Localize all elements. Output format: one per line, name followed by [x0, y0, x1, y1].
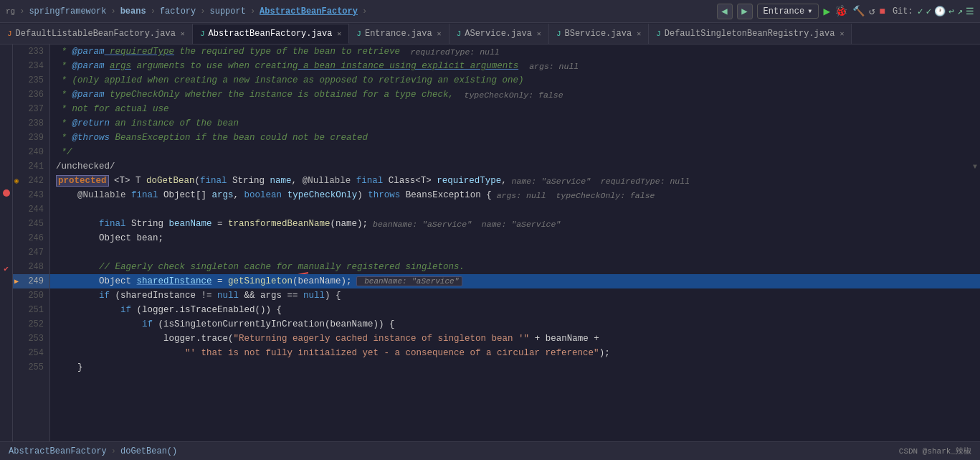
- breadcrumb-support[interactable]: support: [209, 6, 245, 17]
- code-line-236: * @param typeCheckOnly whether the insta…: [50, 88, 980, 102]
- code-line-241: /unchecked/ ▼: [50, 159, 980, 174]
- debug-marker-icon: ◉: [14, 177, 19, 185]
- tab-close-icon[interactable]: ✕: [637, 29, 641, 38]
- tab-label: Entrance.java: [365, 29, 432, 39]
- left-sidebar: ✔: [0, 44, 13, 441]
- line-233: 233: [13, 44, 49, 59]
- java-icon: J: [356, 29, 361, 38]
- code-line-238: * @return an instance of the bean: [50, 116, 980, 131]
- rebuild-button[interactable]: 🔨: [852, 5, 865, 17]
- run-button[interactable]: ▶: [823, 4, 830, 19]
- tab-aservice[interactable]: J AService.java ✕: [449, 24, 549, 44]
- status-bar: AbstractBeanFactory › doGetBean() CSDN @…: [0, 441, 980, 460]
- watermark: CSDN @shark_辣椒: [899, 446, 971, 456]
- back-button[interactable]: ◀: [717, 4, 733, 19]
- tab-abstractbeanfactory[interactable]: J AbstractBeanFactory.java ✕: [193, 24, 349, 44]
- tab-bar: J DefaultListableBeanFactory.java ✕ J Ab…: [0, 23, 980, 44]
- code-line-242: protected <T> T doGetBean(final String n…: [50, 174, 980, 188]
- reload-button[interactable]: ↺: [869, 5, 875, 17]
- breadcrumb-sep-3: ›: [200, 6, 205, 17]
- tab-close-icon[interactable]: ✕: [181, 29, 185, 38]
- breadcrumb-sep-1: ›: [110, 6, 115, 17]
- java-icon: J: [457, 29, 462, 38]
- line-235: 235: [13, 73, 49, 88]
- tab-label: BService.java: [565, 29, 632, 39]
- line-252: 252: [13, 317, 49, 332]
- breadcrumb-springframework[interactable]: springframework: [29, 6, 106, 17]
- code-line-248: // Eagerly check singleton cache for man…: [50, 260, 980, 274]
- line-245: 245: [13, 217, 49, 231]
- code-line-244: [50, 202, 980, 217]
- breadcrumb-sep-2: ›: [151, 6, 156, 17]
- line-244: 244: [13, 202, 49, 217]
- java-icon: J: [7, 29, 12, 38]
- code-line-255: }: [50, 360, 980, 375]
- git-history-icon[interactable]: 🕐: [934, 6, 946, 17]
- tab-label: DefaultSingletonBeanRegistry.java: [665, 29, 835, 39]
- entrance-dropdown[interactable]: Entrance ▾: [757, 4, 819, 19]
- breadcrumb-factory[interactable]: factory: [160, 6, 196, 17]
- line-242: 242 ◉: [13, 174, 49, 188]
- tab-label: AService.java: [465, 29, 532, 39]
- protected-keyword: protected: [56, 175, 109, 187]
- java-icon: J: [556, 29, 561, 38]
- breadcrumb-abstractbeanfactory[interactable]: AbstractBeanFactory: [260, 6, 358, 17]
- line-250: 250: [13, 288, 49, 303]
- entrance-label: Entrance: [763, 6, 805, 17]
- fold-arrow-icon[interactable]: ▼: [973, 163, 977, 171]
- tab-entrance[interactable]: J Entrance.java ✕: [349, 24, 449, 44]
- line-249: 249 ▶: [13, 274, 49, 288]
- tab-label: DefaultListableBeanFactory.java: [16, 29, 176, 39]
- line-253: 253: [13, 332, 49, 346]
- tab-close-icon[interactable]: ✕: [537, 29, 541, 38]
- code-line-243: @Nullable final Object[] args, boolean t…: [50, 188, 980, 202]
- breadcrumb-sep-5: ›: [362, 6, 367, 17]
- line-238: 238: [13, 116, 49, 131]
- code-line-234: * @param args arguments to use when crea…: [50, 59, 980, 73]
- code-editor[interactable]: * @param requiredType the required type …: [50, 44, 980, 441]
- tab-defaultlistable[interactable]: J DefaultListableBeanFactory.java ✕: [0, 24, 193, 44]
- bookmark-icon: ▶: [14, 277, 19, 286]
- tab-defaultsingleton[interactable]: J DefaultSingletonBeanRegistry.java ✕: [649, 24, 852, 44]
- line-236: 236: [13, 88, 49, 102]
- git-push-icon[interactable]: ↗: [957, 6, 963, 17]
- code-line-237: * not for actual use: [50, 102, 980, 116]
- tab-bservice[interactable]: J BService.java ✕: [549, 24, 649, 44]
- breakpoint-dot[interactable]: [3, 189, 10, 197]
- code-line-247: [50, 245, 980, 260]
- tab-close-icon[interactable]: ✕: [839, 29, 844, 38]
- line-248: 248: [13, 260, 49, 274]
- line-254: 254: [13, 346, 49, 360]
- tab-close-icon[interactable]: ✕: [437, 29, 442, 38]
- stop-button[interactable]: ■: [879, 6, 885, 17]
- main-editor: ✔ 233 234 235 236 237 238 239 240 241 24…: [0, 44, 980, 441]
- java-icon: J: [656, 29, 661, 38]
- git-check1-icon[interactable]: ✓: [918, 6, 923, 17]
- code-line-251: if (logger.isTraceEnabled()) {: [50, 303, 980, 317]
- breadcrumb-rg[interactable]: rg: [6, 7, 15, 16]
- debug-button[interactable]: 🐞: [834, 4, 848, 18]
- breadcrumb-beans[interactable]: beans: [120, 6, 146, 17]
- code-line-239: * @throws BeansException if the bean cou…: [50, 131, 980, 145]
- git-menu-icon[interactable]: ☰: [966, 6, 974, 17]
- code-line-250: if (sharedInstance != null && args == nu…: [50, 288, 980, 303]
- line-239: 239: [13, 131, 49, 145]
- error-icon: ✔: [4, 264, 9, 273]
- top-bar: rg › springframework › beans › factory ›…: [0, 0, 980, 23]
- code-line-246: Object bean;: [50, 231, 980, 245]
- breadcrumb-sep-0: ›: [19, 6, 24, 17]
- git-undo-icon[interactable]: ↩: [948, 6, 954, 17]
- code-line-249[interactable]: Object sharedInstance = getSingleton(bea…: [50, 274, 980, 288]
- git-check2-icon[interactable]: ✓: [926, 6, 932, 17]
- line-241: 241: [13, 159, 49, 174]
- code-line-240: */: [50, 145, 980, 159]
- dropdown-arrow-icon: ▾: [807, 6, 812, 17]
- line-gutter: 233 234 235 236 237 238 239 240 241 242 …: [13, 44, 50, 441]
- line-237: 237: [13, 102, 49, 116]
- line-247: 247: [13, 245, 49, 260]
- tab-close-icon[interactable]: ✕: [337, 29, 341, 38]
- line-243: 243: [13, 188, 49, 202]
- forward-button[interactable]: ▶: [737, 4, 753, 19]
- code-line-235: * (only applied when creating a new inst…: [50, 73, 980, 88]
- line-251: 251: [13, 303, 49, 317]
